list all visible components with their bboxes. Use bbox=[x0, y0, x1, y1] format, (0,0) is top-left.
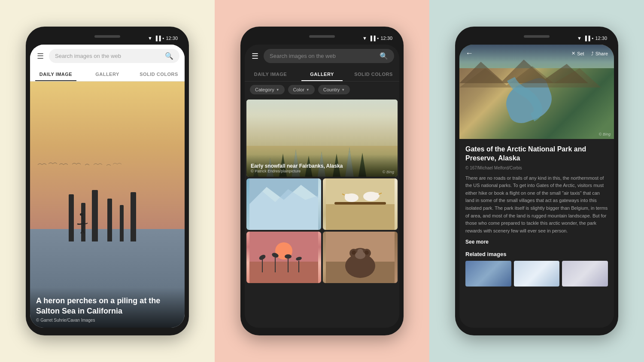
country-filter[interactable]: Country ▼ bbox=[318, 85, 350, 94]
svg-rect-20 bbox=[334, 202, 386, 205]
detail-description: There are no roads or trails of any kind… bbox=[465, 175, 608, 235]
status-icons-2: ▼ ▐▐ ▪ 12:30 bbox=[362, 36, 392, 41]
gallery-thumb-birds[interactable] bbox=[323, 178, 398, 230]
search-bar-1[interactable]: Search images on the web 🔍 bbox=[49, 49, 179, 63]
phone3-screen: ← ✕ Set ⤴ Share © Bing G bbox=[459, 45, 614, 328]
phone-notch-2 bbox=[309, 35, 335, 38]
share-button[interactable]: ⤴ Share bbox=[591, 51, 608, 56]
ice-scene-icon bbox=[246, 178, 321, 230]
tab-gallery-1[interactable]: GALLERY bbox=[82, 67, 133, 81]
detail-hero-image: ← ✕ Set ⤴ Share © Bing bbox=[459, 45, 614, 139]
bars-icon: ▐▐ bbox=[154, 36, 161, 41]
gallery-top-caption: Early snowfall near Fairbanks, Alaska © … bbox=[246, 154, 398, 177]
app-header-2: ☰ Search images on the web 🔍 bbox=[245, 45, 399, 67]
phone-notch bbox=[94, 35, 120, 38]
related-thumb-1[interactable] bbox=[465, 261, 511, 287]
gallery-thumb-flamingo[interactable] bbox=[246, 232, 321, 283]
hamburger-menu-icon[interactable]: ☰ bbox=[35, 51, 46, 61]
bing-watermark-1: © Bing bbox=[383, 170, 394, 174]
pillar-1 bbox=[69, 194, 74, 241]
tab-daily-image-1[interactable]: DAILY IMAGE bbox=[30, 67, 82, 81]
flamingo-scene-icon bbox=[246, 232, 321, 283]
time-display-2: 12:30 bbox=[380, 36, 392, 41]
daily-image-content: A heron perches on a piling at the Salto… bbox=[30, 81, 185, 328]
detail-action-buttons: ✕ Set ⤴ Share bbox=[571, 51, 608, 56]
panel-daily: ▼ ▐▐ ▪ 12:30 ☰ Search images on the web … bbox=[0, 0, 215, 362]
hamburger-menu-icon-2[interactable]: ☰ bbox=[250, 51, 260, 61]
gallery-thumb-ice[interactable] bbox=[246, 178, 321, 230]
detail-header: ← ✕ Set ⤴ Share bbox=[459, 45, 614, 62]
back-button[interactable]: ← bbox=[465, 49, 473, 58]
country-label: Country bbox=[323, 87, 340, 92]
svg-point-0 bbox=[80, 213, 83, 216]
gallery-top-title: Early snowfall near Fairbanks, Alaska bbox=[251, 163, 393, 169]
gallery-scroll[interactable]: Early snowfall near Fairbanks, Alaska © … bbox=[245, 98, 399, 328]
panel-gallery: ▼ ▐▐ ▪ 12:30 ☰ Search images on the web … bbox=[215, 0, 429, 362]
related-images-label: Related images bbox=[465, 251, 608, 257]
phone-gallery: ▼ ▐▐ ▪ 12:30 ☰ Search images on the web … bbox=[240, 27, 404, 335]
bing-watermark-3: © Bing bbox=[599, 132, 611, 136]
pillar-5 bbox=[120, 205, 124, 241]
heron-scene: A heron perches on a piling at the Salto… bbox=[30, 81, 185, 328]
pillar-6 bbox=[131, 192, 136, 241]
see-more-button[interactable]: See more bbox=[465, 239, 608, 245]
app-header-1: ☰ Search images on the web 🔍 bbox=[30, 45, 185, 67]
battery-icon-3: ▪ bbox=[592, 36, 594, 41]
tab-solid-colors-1[interactable]: SOLID COLORS bbox=[133, 67, 185, 81]
color-label: Color bbox=[293, 87, 304, 92]
white-birds-icon bbox=[323, 178, 398, 230]
filters-row: Category ▼ Color ▼ Country ▼ bbox=[245, 81, 399, 98]
category-arrow-icon: ▼ bbox=[276, 88, 279, 92]
tab-bar-2: DAILY IMAGE GALLERY SOLID COLORS bbox=[245, 67, 399, 81]
color-filter[interactable]: Color ▼ bbox=[288, 85, 315, 94]
battery-icon-2: ▪ bbox=[377, 36, 379, 41]
share-icon: ⤴ bbox=[591, 51, 594, 56]
signal-icon: ▼ bbox=[148, 36, 152, 41]
detail-credit: © 167/Michael Melford/Corbis bbox=[465, 166, 608, 170]
time-display-3: 12:30 bbox=[595, 36, 607, 41]
gallery-thumb-bear[interactable] bbox=[323, 232, 398, 283]
search-input-2[interactable]: Search images on the web bbox=[270, 53, 377, 59]
gallery-top-credit: © Patrick Endres/plainpicture bbox=[251, 169, 393, 173]
gallery-row-2 bbox=[246, 232, 398, 283]
country-arrow-icon: ▼ bbox=[341, 88, 345, 92]
search-input-1[interactable]: Search images on the web bbox=[55, 53, 162, 59]
pillar-3 bbox=[92, 190, 98, 241]
battery-icon: ▪ bbox=[163, 36, 164, 41]
tab-daily-image-2[interactable]: DAILY IMAGE bbox=[245, 67, 296, 81]
birds-flock-icon bbox=[38, 160, 161, 169]
svg-point-26 bbox=[376, 193, 379, 196]
no-set-button[interactable]: ✕ Set bbox=[571, 51, 584, 56]
daily-image-caption: A heron perches on a piling at the Salto… bbox=[30, 287, 185, 328]
status-icons: ▼ ▐▐ ▪ 12:30 bbox=[148, 36, 178, 41]
related-thumbs-row bbox=[465, 261, 608, 287]
signal-icon-3: ▼ bbox=[577, 36, 582, 41]
share-label: Share bbox=[595, 51, 608, 56]
related-thumb-2[interactable] bbox=[514, 261, 560, 287]
daily-image-credit: © Garret Suhrie/Cavan Images bbox=[36, 318, 179, 323]
phone2-screen: ☰ Search images on the web 🔍 DAILY IMAGE… bbox=[245, 45, 399, 328]
related-thumb-3[interactable] bbox=[562, 261, 608, 287]
tab-gallery-2[interactable]: GALLERY bbox=[296, 67, 348, 81]
svg-rect-29 bbox=[249, 262, 318, 283]
pillar-4 bbox=[107, 199, 112, 241]
search-icon-1[interactable]: 🔍 bbox=[165, 52, 173, 60]
set-label: Set bbox=[577, 51, 584, 56]
svg-rect-19 bbox=[326, 204, 395, 230]
detail-content: Gates of the Arctic National Park and Pr… bbox=[459, 139, 614, 328]
no-icon: ✕ bbox=[571, 51, 575, 56]
gallery-top-image[interactable]: Early snowfall near Fairbanks, Alaska © … bbox=[246, 100, 398, 177]
tab-solid-colors-2[interactable]: SOLID COLORS bbox=[348, 67, 399, 81]
phone-notch-3 bbox=[524, 35, 550, 38]
bars-icon-2: ▐▐ bbox=[369, 36, 376, 41]
search-bar-2[interactable]: Search images on the web 🔍 bbox=[264, 49, 394, 63]
category-label: Category bbox=[255, 87, 274, 92]
search-icon-2[interactable]: 🔍 bbox=[380, 52, 388, 60]
bars-icon-3: ▐▐ bbox=[583, 36, 590, 41]
tab-bar-1: DAILY IMAGE GALLERY SOLID COLORS bbox=[30, 67, 185, 81]
status-icons-3: ▼ ▐▐ ▪ 12:30 bbox=[577, 36, 607, 41]
svg-point-35 bbox=[285, 254, 292, 259]
category-filter[interactable]: Category ▼ bbox=[250, 85, 285, 94]
detail-title: Gates of the Arctic National Park and Pr… bbox=[465, 145, 608, 163]
time-display: 12:30 bbox=[166, 36, 178, 41]
